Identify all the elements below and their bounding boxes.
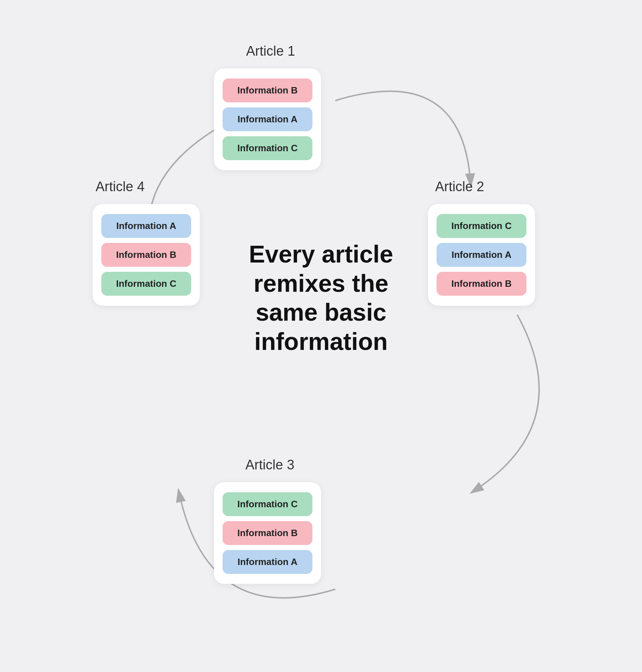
article3-label: Article 3 [245,457,294,473]
article2-chip-1: Information A [437,243,526,267]
article3-chip-1: Information B [223,521,312,545]
article4-chip-2: Information C [101,272,191,296]
article1-box: Information B Information A Information … [214,68,321,170]
article1-chip-2: Information C [223,136,312,160]
article4-box: Information A Information B Information … [93,204,200,306]
article4-chip-1: Information B [101,243,191,267]
center-text: Every article remixes the same basic inf… [235,240,407,356]
article4-chip-0: Information A [101,214,191,238]
article3-box: Information C Information B Information … [214,482,321,584]
article2-label: Article 2 [435,179,484,194]
article2-chip-2: Information B [437,272,526,296]
article3-chip-0: Information C [223,492,312,516]
diagram: Article 1 Information B Information A In… [71,33,571,639]
article3-chip-2: Information A [223,550,312,574]
article2-chip-0: Information C [437,214,526,238]
article1-chip-0: Information B [223,78,312,102]
article2-box: Information C Information A Information … [428,204,535,306]
article1-chip-1: Information A [223,107,312,131]
article1-label: Article 1 [246,44,295,59]
article4-label: Article 4 [96,179,144,194]
